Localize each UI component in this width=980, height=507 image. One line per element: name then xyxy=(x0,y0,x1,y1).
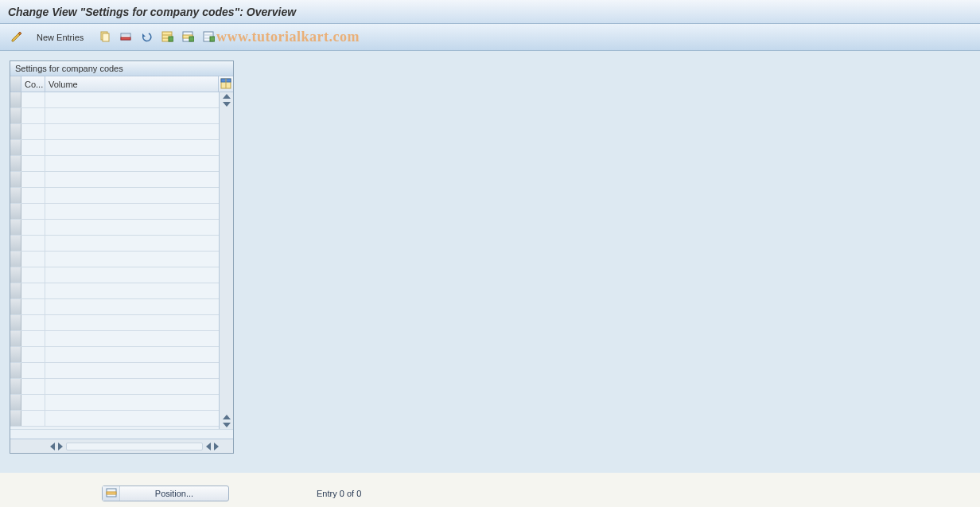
row-selector[interactable] xyxy=(10,92,21,107)
row-selector[interactable] xyxy=(10,220,21,235)
cell-company-code[interactable] xyxy=(21,124,45,139)
row-selector[interactable] xyxy=(10,331,21,346)
cell-company-code[interactable] xyxy=(21,92,45,107)
cell-volume[interactable] xyxy=(45,204,219,219)
table-row[interactable] xyxy=(10,331,219,347)
select-all-button[interactable] xyxy=(158,29,176,46)
row-selector[interactable] xyxy=(10,395,21,410)
table-row[interactable] xyxy=(10,347,219,363)
row-selector[interactable] xyxy=(10,124,21,139)
position-button[interactable]: Position... xyxy=(102,486,229,501)
cell-volume[interactable] xyxy=(45,220,219,235)
cell-company-code[interactable] xyxy=(21,220,45,235)
cell-company-code[interactable] xyxy=(21,347,45,362)
cell-volume[interactable] xyxy=(45,156,219,171)
horizontal-scrollbar[interactable] xyxy=(10,439,233,453)
toggle-display-change-button[interactable] xyxy=(8,29,25,46)
row-selector[interactable] xyxy=(10,379,21,394)
cell-volume[interactable] xyxy=(45,395,219,410)
cell-volume[interactable] xyxy=(45,347,219,362)
cell-volume[interactable] xyxy=(45,188,219,203)
cell-company-code[interactable] xyxy=(21,315,45,330)
cell-company-code[interactable] xyxy=(21,363,45,378)
cell-company-code[interactable] xyxy=(21,140,45,155)
cell-company-code[interactable] xyxy=(21,299,45,314)
table-row[interactable] xyxy=(10,220,219,236)
cell-volume[interactable] xyxy=(45,252,219,267)
table-row[interactable] xyxy=(10,299,219,315)
cell-company-code[interactable] xyxy=(21,108,45,123)
cell-volume[interactable] xyxy=(45,379,219,394)
row-selector[interactable] xyxy=(10,188,21,203)
cell-company-code[interactable] xyxy=(21,156,45,171)
row-selector[interactable] xyxy=(10,236,21,251)
table-row[interactable] xyxy=(10,395,219,411)
table-row[interactable] xyxy=(10,156,219,172)
cell-volume[interactable] xyxy=(45,267,219,283)
row-selector[interactable] xyxy=(10,347,21,362)
table-row[interactable] xyxy=(10,204,219,220)
table-row[interactable] xyxy=(10,108,219,124)
column-header-company-code[interactable]: Co... xyxy=(21,76,45,92)
cell-company-code[interactable] xyxy=(21,204,45,219)
cell-company-code[interactable] xyxy=(21,267,45,283)
cell-volume[interactable] xyxy=(45,299,219,314)
row-selector[interactable] xyxy=(10,283,21,298)
copy-as-button[interactable] xyxy=(96,29,114,46)
row-selector[interactable] xyxy=(10,156,21,171)
vertical-scrollbar[interactable] xyxy=(219,92,233,429)
select-block-button[interactable] xyxy=(179,29,196,46)
cell-volume[interactable] xyxy=(45,124,219,139)
table-row[interactable] xyxy=(10,188,219,204)
cell-volume[interactable] xyxy=(45,315,219,330)
cell-company-code[interactable] xyxy=(21,252,45,267)
column-header-volume[interactable]: Volume xyxy=(45,76,219,92)
cell-company-code[interactable] xyxy=(21,236,45,251)
table-row[interactable] xyxy=(10,283,219,299)
cell-company-code[interactable] xyxy=(21,172,45,187)
cell-company-code[interactable] xyxy=(21,395,45,410)
delete-button[interactable] xyxy=(117,29,134,46)
cell-volume[interactable] xyxy=(45,411,219,426)
row-selector[interactable] xyxy=(10,411,21,426)
cell-volume[interactable] xyxy=(45,140,219,155)
cell-volume[interactable] xyxy=(45,363,219,378)
cell-company-code[interactable] xyxy=(21,283,45,298)
cell-company-code[interactable] xyxy=(21,411,45,426)
cell-volume[interactable] xyxy=(45,236,219,251)
table-settings-button[interactable] xyxy=(219,76,233,92)
cell-volume[interactable] xyxy=(45,108,219,123)
cell-volume[interactable] xyxy=(45,172,219,187)
table-row[interactable] xyxy=(10,172,219,188)
table-row[interactable] xyxy=(10,92,219,108)
row-selector[interactable] xyxy=(10,267,21,283)
cell-volume[interactable] xyxy=(45,331,219,346)
row-selector[interactable] xyxy=(10,108,21,123)
table-row[interactable] xyxy=(10,140,219,156)
undo-button[interactable] xyxy=(138,29,155,46)
row-selector[interactable] xyxy=(10,299,21,314)
cell-volume[interactable] xyxy=(45,283,219,298)
row-selector[interactable] xyxy=(10,315,21,330)
table-row[interactable] xyxy=(10,363,219,379)
select-all-rows-header[interactable] xyxy=(10,76,21,92)
table-row[interactable] xyxy=(10,236,219,252)
cell-company-code[interactable] xyxy=(21,188,45,203)
horizontal-scroll-track[interactable] xyxy=(66,443,203,450)
row-selector[interactable] xyxy=(10,204,21,219)
table-row[interactable] xyxy=(10,252,219,267)
row-selector[interactable] xyxy=(10,363,21,378)
cell-company-code[interactable] xyxy=(21,331,45,346)
row-selector[interactable] xyxy=(10,252,21,267)
cell-company-code[interactable] xyxy=(21,379,45,394)
table-row[interactable] xyxy=(10,411,219,427)
table-row[interactable] xyxy=(10,267,219,283)
row-selector[interactable] xyxy=(10,172,21,187)
cell-volume[interactable] xyxy=(45,92,219,107)
deselect-all-button[interactable] xyxy=(200,29,217,46)
new-entries-button[interactable]: New Entries xyxy=(32,29,88,46)
table-row[interactable] xyxy=(10,379,219,395)
table-row[interactable] xyxy=(10,315,219,331)
row-selector[interactable] xyxy=(10,140,21,155)
table-row[interactable] xyxy=(10,124,219,140)
